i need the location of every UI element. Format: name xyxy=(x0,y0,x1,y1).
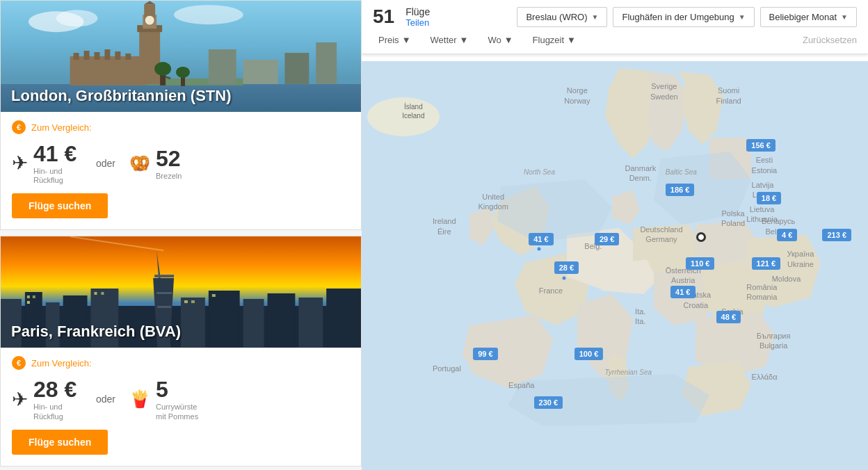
price-badge-41-london[interactable]: 41 € xyxy=(529,233,553,245)
london-vergleich: € Zum Vergleich: xyxy=(12,120,350,134)
chevron-down-icon-2: ▼ xyxy=(739,13,746,21)
london-card: London, Großbritannien (STN) € Zum Vergl… xyxy=(0,0,362,230)
price-badge-28[interactable]: 28 € xyxy=(554,261,579,274)
map-header: 51 Flüge Teilen Breslau (WRO) ▼ Flughäfe… xyxy=(362,0,868,54)
paris-search-button[interactable]: Flüge suchen xyxy=(12,430,108,455)
paris-price: 28 € xyxy=(33,377,82,403)
surroundings-label: Flughäfen in der Umgebung xyxy=(622,12,734,22)
paris-price-block: 28 € Hin- und Rückflug xyxy=(33,377,82,421)
paris-oder-label: oder xyxy=(96,394,115,405)
flights-count: 51 xyxy=(373,6,394,28)
wo-arrow: ▼ xyxy=(504,35,513,45)
preis-filter[interactable]: Preis ▼ xyxy=(373,32,417,48)
svg-rect-53 xyxy=(191,300,195,303)
svg-rect-54 xyxy=(212,294,216,297)
svg-rect-23 xyxy=(284,53,309,84)
zuruecksetzen-button[interactable]: Zurücksetzen xyxy=(803,35,857,45)
svg-point-26 xyxy=(154,62,171,76)
london-comparison: 🥨 52 Brezeln xyxy=(129,146,182,181)
price-badge-100[interactable]: 100 € xyxy=(574,348,604,360)
svg-point-3 xyxy=(174,5,243,24)
price-badge-156[interactable]: 156 € xyxy=(746,139,775,152)
price-badge-18[interactable]: 18 € xyxy=(757,192,781,204)
svg-rect-44 xyxy=(268,293,296,348)
map-svg xyxy=(362,61,868,470)
preis-label: Preis xyxy=(378,35,399,45)
paris-compare-block: 5 Currywürste mit Pommes xyxy=(156,377,204,421)
airport-value: Breslau (WRO) xyxy=(526,12,587,22)
london-title: London, Großbritannien (STN) xyxy=(11,87,232,105)
svg-rect-42 xyxy=(209,291,240,348)
london-compare-count: 52 xyxy=(156,146,182,172)
svg-rect-49 xyxy=(27,301,30,304)
price-badge-213[interactable]: 213 € xyxy=(822,229,851,241)
paris-compare-label: Currywürste mit Pommes xyxy=(156,403,204,421)
london-price-label: Hin- und Rückflug xyxy=(33,167,82,185)
svg-rect-16 xyxy=(84,51,90,60)
svg-rect-38 xyxy=(154,275,174,277)
price-badge-110[interactable]: 110 € xyxy=(686,257,715,270)
flugzeit-filter[interactable]: Flugzeit ▼ xyxy=(527,32,581,48)
svg-rect-21 xyxy=(209,49,236,84)
london-price-block: 41 € Hin- und Rückflug xyxy=(33,141,82,185)
svg-rect-51 xyxy=(101,292,104,295)
surroundings-dropdown[interactable]: Flughäfen in der Umgebung ▼ xyxy=(613,7,754,27)
svg-rect-41 xyxy=(181,298,205,348)
flugzeit-label: Flugzeit xyxy=(533,35,565,45)
paris-card-body: € Zum Vergleich: ✈ 28 € Hin- und Rückflu… xyxy=(1,348,361,465)
svg-rect-19 xyxy=(115,51,120,60)
price-badge-186[interactable]: 186 € xyxy=(666,184,695,196)
svg-rect-45 xyxy=(298,298,323,348)
svg-rect-39 xyxy=(156,292,172,294)
paris-image: Paris, Frankreich (BVA) xyxy=(1,236,361,348)
paris-title: Paris, Frankreich (BVA) xyxy=(11,323,181,341)
pretzel-icon: 🥨 xyxy=(129,154,150,173)
svg-rect-17 xyxy=(94,52,99,60)
flights-info: Flüge Teilen xyxy=(405,6,430,28)
left-panel: London, Großbritannien (STN) € Zum Vergl… xyxy=(0,0,362,470)
svg-rect-50 xyxy=(94,292,97,295)
svg-rect-14 xyxy=(70,56,147,86)
svg-rect-43 xyxy=(243,299,264,348)
svg-rect-40 xyxy=(157,306,171,308)
chevron-down-icon-3: ▼ xyxy=(841,13,848,21)
price-badge-48[interactable]: 48 € xyxy=(716,311,741,323)
london-card-body: € Zum Vergleich: ✈ 41 € Hin- und Rückflu… xyxy=(1,112,361,229)
preis-arrow: ▼ xyxy=(402,35,411,45)
paris-price-row: ✈ 28 € Hin- und Rückflug oder 🍟 5 Curryw… xyxy=(12,377,350,421)
header-controls: Breslau (WRO) ▼ Flughäfen in der Umgebun… xyxy=(517,7,857,27)
paris-vergleich: € Zum Vergleich: xyxy=(12,356,350,370)
london-search-button[interactable]: Flüge suchen xyxy=(12,193,108,218)
teilen-link[interactable]: Teilen xyxy=(405,17,430,28)
paris-flight-price: ✈ 28 € Hin- und Rückflug xyxy=(12,377,82,421)
map-header-top: 51 Flüge Teilen Breslau (WRO) ▼ Flughäfe… xyxy=(373,6,857,28)
euro-badge: € xyxy=(12,120,26,134)
london-price: 41 € xyxy=(33,141,82,167)
month-dropdown[interactable]: Beliebiger Monat ▼ xyxy=(760,7,857,27)
price-badge-230[interactable]: 230 € xyxy=(534,396,563,409)
svg-point-57 xyxy=(367,97,440,136)
month-label: Beliebiger Monat xyxy=(769,12,837,22)
svg-rect-52 xyxy=(184,300,188,303)
wo-filter[interactable]: Wo ▼ xyxy=(482,32,518,48)
wetter-filter[interactable]: Wetter ▼ xyxy=(425,32,474,48)
price-badge-29[interactable]: 29 € xyxy=(595,233,619,245)
price-badge-41-austria[interactable]: 41 € xyxy=(670,286,695,298)
price-badge-121[interactable]: 121 € xyxy=(752,257,781,270)
oder-label: oder xyxy=(96,158,115,169)
svg-rect-20 xyxy=(125,54,131,60)
airport-dropdown[interactable]: Breslau (WRO) ▼ xyxy=(517,7,607,27)
map-container[interactable]: ÍslandIceland NorgeNorway SverigeSweden … xyxy=(362,61,868,470)
plane-icon: ✈ xyxy=(12,152,28,175)
svg-point-13 xyxy=(145,15,154,25)
currywurst-icon: 🍟 xyxy=(129,389,150,409)
price-badge-99[interactable]: 99 € xyxy=(473,348,497,360)
price-badge-4[interactable]: 4 € xyxy=(777,229,797,241)
map-dot-london xyxy=(537,248,540,251)
wo-label: Wo xyxy=(488,35,501,45)
svg-rect-18 xyxy=(104,49,110,60)
right-panel: 51 Flüge Teilen Breslau (WRO) ▼ Flughäfe… xyxy=(362,0,868,470)
paris-compare-count: 5 xyxy=(156,377,204,403)
paris-vergleich-text: Zum Vergleich: xyxy=(31,358,92,368)
wetter-arrow: ▼ xyxy=(460,35,469,45)
